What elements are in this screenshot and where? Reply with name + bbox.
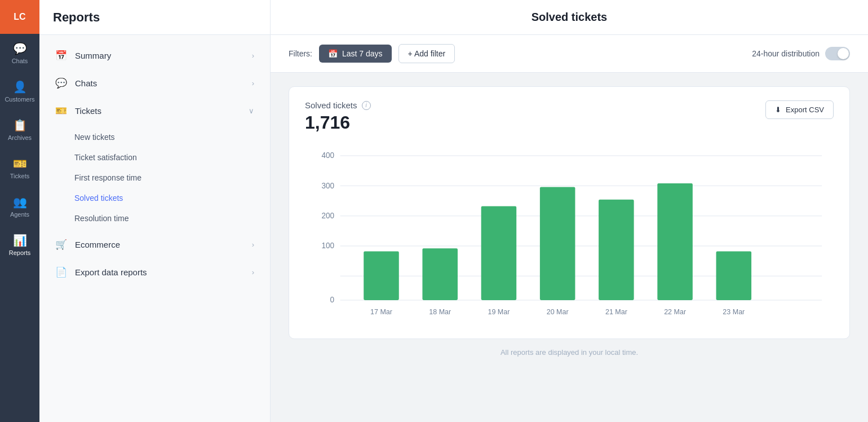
- last-7-days-button[interactable]: 📅 Last 7 days: [319, 45, 392, 63]
- chart-value: 1,716: [305, 112, 371, 133]
- nav-item-customers[interactable]: 👤 Customers: [0, 72, 39, 111]
- sidebar-item-export[interactable]: 📄 Export data reports ›: [39, 258, 270, 286]
- svg-text:21 Mar: 21 Mar: [605, 307, 627, 315]
- summary-icon: 📅: [55, 50, 67, 61]
- add-filter-button[interactable]: + Add filter: [398, 44, 455, 63]
- svg-text:23 Mar: 23 Mar: [723, 307, 745, 315]
- nav-item-reports[interactable]: 📊 Reports: [0, 226, 39, 264]
- submenu-new-tickets[interactable]: New tickets: [39, 127, 270, 147]
- agents-icon: 👥: [13, 195, 27, 209]
- customers-icon: 👤: [13, 80, 27, 94]
- svg-text:100: 100: [322, 241, 335, 250]
- svg-text:0: 0: [330, 296, 335, 304]
- nav-item-chats[interactable]: 💬 Chats: [0, 34, 39, 72]
- nav-item-archives[interactable]: 📋 Archives: [0, 111, 39, 149]
- chats-chevron: ›: [252, 79, 254, 87]
- svg-text:22 Mar: 22 Mar: [664, 307, 686, 315]
- nav-label-customers: Customers: [5, 96, 34, 103]
- ecommerce-icon: 🛒: [55, 239, 67, 250]
- ecommerce-left: 🛒 Ecommerce: [55, 239, 120, 250]
- distribution-toggle[interactable]: [825, 47, 850, 60]
- nav-item-agents[interactable]: 👥 Agents: [0, 187, 39, 226]
- tickets-label: Tickets: [75, 106, 101, 116]
- nav-label-tickets: Tickets: [10, 173, 29, 179]
- info-icon: i: [362, 101, 371, 110]
- download-icon: ⬇: [775, 106, 781, 114]
- last-7-days-label: Last 7 days: [342, 49, 383, 58]
- filter-left: Filters: 📅 Last 7 days + Add filter: [289, 44, 455, 63]
- bar-21mar: [599, 200, 634, 300]
- export-chevron: ›: [252, 268, 254, 276]
- summary-left: 📅 Summary: [55, 50, 111, 61]
- bar-18mar: [422, 248, 458, 300]
- sidebar-item-chats[interactable]: 💬 Chats ›: [39, 69, 270, 97]
- export-icon: 📄: [55, 266, 67, 278]
- summary-chevron: ›: [252, 51, 254, 60]
- export-csv-button[interactable]: ⬇ Export CSV: [765, 100, 834, 119]
- tickets-chevron: ∨: [249, 107, 254, 115]
- ecommerce-chevron: ›: [252, 240, 254, 249]
- chats-label: Chats: [75, 78, 97, 88]
- bar-22mar: [657, 183, 693, 300]
- svg-text:400: 400: [322, 151, 335, 160]
- export-csv-label: Export CSV: [786, 106, 824, 114]
- sidebar-item-summary[interactable]: 📅 Summary ›: [39, 42, 270, 69]
- ecommerce-label: Ecommerce: [75, 240, 120, 249]
- bar-17mar: [364, 252, 399, 300]
- app-logo: LC: [10, 7, 30, 27]
- distribution-label: 24-hour distribution: [752, 49, 820, 58]
- chats-left: 💬 Chats: [55, 77, 97, 89]
- logo-area: LC: [0, 0, 39, 34]
- chart-card-header: Solved tickets i 1,716 ⬇ Export CSV: [305, 100, 834, 144]
- main-header: Solved tickets: [271, 0, 868, 35]
- export-left: 📄 Export data reports: [55, 266, 147, 278]
- tickets-left: 🎫 Tickets: [55, 105, 101, 117]
- tickets-icon: 🎫: [13, 157, 27, 170]
- bar-20mar: [540, 187, 575, 300]
- svg-text:20 Mar: 20 Mar: [547, 307, 569, 315]
- tickets-menu-icon: 🎫: [55, 105, 67, 117]
- sidebar-menu: 📅 Summary › 💬 Chats › 🎫 Tickets ∨ New ti…: [39, 35, 270, 293]
- submenu-resolution-time[interactable]: Resolution time: [39, 208, 270, 228]
- nav-item-tickets[interactable]: 🎫 Tickets: [0, 149, 39, 187]
- summary-label: Summary: [75, 51, 111, 60]
- filter-right: 24-hour distribution: [752, 47, 850, 60]
- footer-note: All reports are displayed in your local …: [289, 348, 850, 357]
- toggle-knob: [838, 48, 849, 59]
- svg-text:19 Mar: 19 Mar: [488, 307, 510, 315]
- page-title: Solved tickets: [532, 11, 608, 24]
- nav-label-reports: Reports: [9, 249, 31, 256]
- svg-text:300: 300: [322, 181, 335, 190]
- submenu-first-response-time[interactable]: First response time: [39, 168, 270, 188]
- calendar-icon: 📅: [328, 49, 338, 58]
- svg-text:18 Mar: 18 Mar: [429, 307, 451, 315]
- bar-chart-svg: 400 300 200 100 0 17 Mar 18 Mar 19 Mar: [305, 147, 834, 327]
- tickets-submenu: New tickets Ticket satisfaction First re…: [39, 125, 270, 231]
- chats-icon: 💬: [13, 42, 27, 55]
- export-label: Export data reports: [75, 267, 147, 277]
- icon-nav: LC 💬 Chats 👤 Customers 📋 Archives 🎫 Tick…: [0, 0, 39, 422]
- chart-card: Solved tickets i 1,716 ⬇ Export CSV: [289, 86, 850, 339]
- submenu-ticket-satisfaction[interactable]: Ticket satisfaction: [39, 147, 270, 168]
- chart-title-row: Solved tickets i: [305, 100, 371, 110]
- chart-area: Solved tickets i 1,716 ⬇ Export CSV: [271, 73, 868, 422]
- svg-text:200: 200: [322, 212, 335, 220]
- bar-chart-container: 400 300 200 100 0 17 Mar 18 Mar 19 Mar: [305, 147, 834, 327]
- sidebar: Reports 📅 Summary › 💬 Chats › 🎫 Tickets …: [39, 0, 271, 422]
- chart-title-group: Solved tickets i 1,716: [305, 100, 371, 144]
- filters-label: Filters:: [289, 49, 312, 58]
- filter-bar: Filters: 📅 Last 7 days + Add filter 24-h…: [271, 35, 868, 73]
- svg-text:17 Mar: 17 Mar: [370, 307, 392, 315]
- chart-title: Solved tickets: [305, 100, 357, 110]
- nav-label-chats: Chats: [12, 58, 28, 64]
- sidebar-title: Reports: [39, 0, 270, 35]
- nav-label-archives: Archives: [8, 134, 32, 141]
- bar-23mar: [716, 252, 752, 300]
- main-content: Solved tickets Filters: 📅 Last 7 days + …: [271, 0, 868, 422]
- archives-icon: 📋: [13, 118, 27, 132]
- chats-menu-icon: 💬: [55, 77, 67, 89]
- bar-19mar: [481, 206, 517, 300]
- submenu-solved-tickets[interactable]: Solved tickets: [39, 188, 270, 208]
- sidebar-item-ecommerce[interactable]: 🛒 Ecommerce ›: [39, 231, 270, 258]
- sidebar-item-tickets[interactable]: 🎫 Tickets ∨: [39, 97, 270, 125]
